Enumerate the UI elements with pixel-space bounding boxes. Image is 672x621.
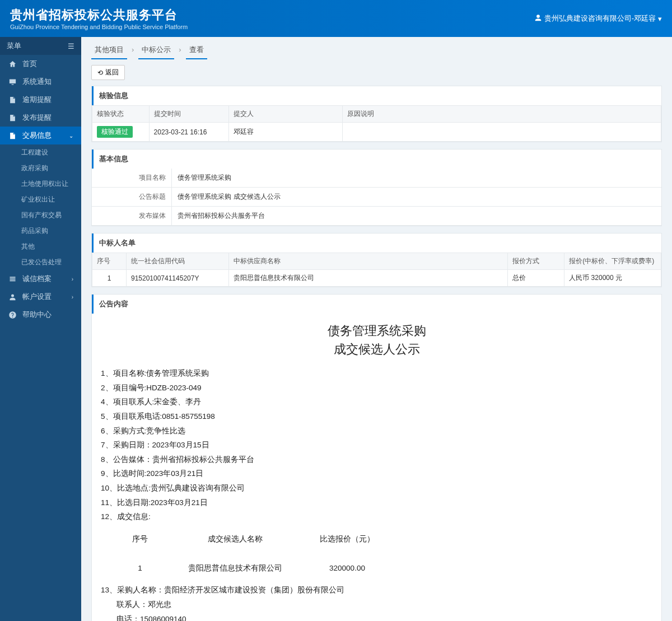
menu-label: 菜单: [7, 41, 21, 51]
doc-icon: [8, 95, 17, 104]
notice-title: 公告内容: [92, 295, 661, 314]
notice-line: 13、采购人名称：贵阳经济开发区城市建设投资（集团）股份有限公司: [101, 583, 652, 597]
notice-line: 6、采购方式:竞争性比选: [101, 424, 652, 438]
user-label: 贵州弘典建设咨询有限公司-邓廷容: [544, 13, 656, 24]
breadcrumb: 其他项目 › 中标公示 › 查看: [91, 43, 662, 59]
sidebar: 菜单 ☰ 首页系统通知逾期提醒发布提醒交易信息⌄工程建设政府采购土地使用权出让矿…: [0, 37, 81, 621]
notice-line: 1、项目名称:债务管理系统采购: [101, 366, 652, 381]
info-value: 债务管理系统采购: [171, 169, 661, 187]
basic-card: 基本信息 项目名称债务管理系统采购公告标题债务管理系统采购 成交候选人公示发布媒…: [91, 149, 662, 226]
sidebar-item-1[interactable]: 系统通知: [0, 73, 81, 91]
notice-heading: 债务管理系统采购 成交候选人公示: [101, 321, 652, 358]
winner-title: 中标人名单: [92, 234, 661, 253]
crumb-sep: ›: [179, 45, 181, 57]
notice-card: 公告内容 债务管理系统采购 成交候选人公示 1、项目名称:债务管理系统采购2、项…: [91, 294, 662, 621]
sidebar-item-label: 帮助中心: [22, 310, 52, 320]
sidebar-sub-0[interactable]: 工程建设: [0, 144, 81, 160]
col: 提交时间: [149, 106, 228, 123]
sidebar-item-label: 诚信档案: [22, 274, 52, 284]
info-value: 贵州省招标投标公共服务平台: [171, 207, 661, 225]
sidebar-sub-2[interactable]: 土地使用权出让: [0, 176, 81, 192]
crumb-b[interactable]: 中标公示: [138, 43, 174, 59]
sidebar-sub-7[interactable]: 已发公告处理: [0, 254, 81, 270]
notice-line: 12、成交信息:: [101, 510, 652, 524]
notice-line: 4、项目联系人:宋金委、李丹: [101, 395, 652, 409]
cell: 邓廷容: [228, 123, 342, 142]
sidebar-sub-1[interactable]: 政府采购: [0, 160, 81, 176]
notice-line: 10、比选地点:贵州弘典建设咨询有限公司: [101, 481, 652, 496]
sidebar-sub-3[interactable]: 矿业权出让: [0, 192, 81, 207]
table-row: 191520100741145207Y贵阳思普信息技术有限公司总价人民币 320…: [92, 270, 661, 287]
back-icon: ⟲: [97, 69, 103, 77]
user-icon: [534, 14, 542, 24]
sidebar-item-label: 帐户设置: [22, 292, 52, 302]
sidebar-item-5[interactable]: 诚信档案›: [0, 270, 81, 288]
notice-line: 5、项目联系电话:0851-85755198: [101, 409, 652, 424]
back-button[interactable]: ⟲ 返回: [91, 65, 125, 80]
sidebar-item-7[interactable]: 帮助中心: [0, 306, 81, 324]
status-badge: 核验通过: [97, 126, 133, 138]
notice-body: 债务管理系统采购 成交候选人公示 1、项目名称:债务管理系统采购2、项目编号:H…: [92, 314, 661, 621]
winner-card: 中标人名单 序号 统一社会信用代码 中标供应商名称 报价方式 报价(中标价、下浮…: [91, 233, 662, 287]
user-icon: [8, 292, 17, 301]
info-row: 公告标题债务管理系统采购 成交候选人公示: [92, 188, 661, 207]
doc-icon: [8, 113, 17, 122]
crumb-a[interactable]: 其他项目: [91, 43, 127, 59]
sidebar-sub-5[interactable]: 药品采购: [0, 223, 81, 239]
verify-card: 核验信息 核验状态 提交时间 提交人 原因说明 核验通过 2023-03-21 …: [91, 86, 662, 142]
table-row: 核验通过 2023-03-21 16:16 邓廷容: [92, 123, 661, 142]
hamburger-icon[interactable]: ☰: [68, 42, 74, 50]
monitor-icon: [8, 77, 17, 86]
cell: 2023-03-21 16:16: [149, 123, 228, 142]
chevron-down-icon: ▾: [658, 15, 662, 23]
col: 报价方式: [507, 253, 564, 270]
sidebar-item-label: 交易信息: [22, 130, 52, 141]
candidate-table: 序号 成交候选人名称 比选报价（元） 1贵阳思普信息技术有限公司320000.0…: [118, 530, 386, 577]
chevron-right-icon: ›: [72, 294, 73, 300]
col: 报价(中标价、下浮率或费率): [564, 253, 661, 270]
col: 提交人: [228, 106, 342, 123]
verify-table: 核验状态 提交时间 提交人 原因说明 核验通过 2023-03-21 16:16…: [92, 105, 661, 142]
col: 中标供应商名称: [228, 253, 507, 270]
site-subtitle: GuiZhou Province Tendering and Bidding P…: [10, 24, 188, 30]
doc-icon: [8, 131, 17, 140]
home-icon: [8, 59, 17, 68]
info-label: 公告标题: [92, 188, 171, 206]
user-menu[interactable]: 贵州弘典建设咨询有限公司-邓廷容 ▾: [534, 13, 662, 24]
notice-line: 2、项目编号:HDZB-2023-049: [101, 381, 652, 395]
info-label: 项目名称: [92, 169, 171, 187]
col: 原因说明: [343, 106, 661, 123]
col: 序号: [118, 530, 162, 549]
expand-icon: ⌄: [69, 133, 73, 139]
notice-line: 11、比选日期:2023年03月21日: [101, 496, 652, 510]
col: 核验状态: [92, 106, 150, 123]
sidebar-item-6[interactable]: 帐户设置›: [0, 288, 81, 306]
sidebar-item-2[interactable]: 逾期提醒: [0, 91, 81, 109]
main-content: 其他项目 › 中标公示 › 查看 ⟲ 返回 核验信息 核验状态 提交时间 提交人…: [81, 37, 672, 621]
verify-title: 核验信息: [92, 86, 661, 105]
sidebar-item-label: 逾期提醒: [22, 95, 52, 105]
sidebar-item-0[interactable]: 首页: [0, 55, 81, 73]
info-label: 发布媒体: [92, 207, 171, 225]
logo: 贵州省招标投标公共服务平台 GuiZhou Province Tendering…: [10, 7, 188, 30]
info-row: 项目名称债务管理系统采购: [92, 169, 661, 188]
site-title: 贵州省招标投标公共服务平台: [10, 7, 188, 24]
sidebar-item-label: 发布提醒: [22, 113, 52, 123]
notice-line: 8、公告媒体：贵州省招标投标公共服务平台: [101, 452, 652, 467]
sidebar-sub-4[interactable]: 国有产权交易: [0, 207, 81, 223]
col: 序号: [92, 253, 127, 270]
col: 比选报价（元）: [308, 530, 386, 549]
sidebar-item-4[interactable]: 交易信息⌄: [0, 127, 81, 144]
col: 统一社会信用代码: [126, 253, 228, 270]
sidebar-sub-6[interactable]: 其他: [0, 239, 81, 254]
top-bar: 贵州省招标投标公共服务平台 GuiZhou Province Tendering…: [0, 0, 672, 37]
sidebar-item-3[interactable]: 发布提醒: [0, 109, 81, 127]
list-icon: [8, 274, 17, 283]
menu-header: 菜单 ☰: [0, 37, 81, 55]
info-row: 发布媒体贵州省招标投标公共服务平台: [92, 207, 661, 226]
table-row: 1贵阳思普信息技术有限公司320000.00: [118, 559, 386, 578]
info-value: 债务管理系统采购 成交候选人公示: [171, 188, 661, 206]
notice-line: 联系人：邓光忠: [101, 597, 652, 612]
crumb-c[interactable]: 查看: [186, 43, 207, 59]
sidebar-item-label: 首页: [22, 59, 37, 69]
